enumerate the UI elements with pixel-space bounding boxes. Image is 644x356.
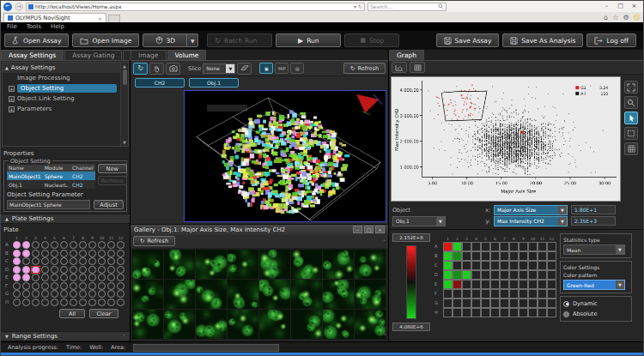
well-H9[interactable]: [88, 299, 97, 307]
well-F7[interactable]: [69, 282, 78, 291]
well-A9[interactable]: [88, 241, 97, 250]
gallery-thumbnail[interactable]: [355, 280, 386, 309]
well-A1[interactable]: [12, 241, 21, 250]
well-C9[interactable]: [88, 257, 97, 266]
well-B3[interactable]: [31, 250, 40, 258]
slice-plane-tool-button[interactable]: [237, 63, 252, 75]
well-D4[interactable]: [40, 266, 50, 275]
url-dropdown-icon[interactable]: ▾: [354, 3, 356, 9]
gallery-thumbnail[interactable]: [196, 250, 227, 279]
range-settings-header[interactable]: ▼ Range Settings ˅: [1, 331, 130, 341]
well-B6[interactable]: [59, 250, 69, 258]
well-A5[interactable]: [50, 241, 59, 250]
well-F10[interactable]: [97, 282, 106, 291]
gallery-thumbnail[interactable]: [132, 310, 163, 339]
well-C11[interactable]: [106, 257, 116, 266]
menu-help[interactable]: Help: [51, 23, 64, 30]
dynamic-radio[interactable]: Dynamic: [563, 299, 629, 308]
well-D1[interactable]: [12, 266, 21, 275]
well-F3[interactable]: [31, 282, 40, 291]
open-assay-button[interactable]: Open Assay: [4, 33, 69, 47]
well-B1[interactable]: [12, 250, 21, 258]
well-H1[interactable]: [12, 299, 21, 307]
gallery-thumbnail[interactable]: [164, 280, 195, 309]
log-off-button[interactable]: Log off: [586, 33, 636, 47]
well-E3[interactable]: [31, 274, 40, 282]
volume-3d-canvas[interactable]: [184, 90, 386, 222]
well-B7[interactable]: [69, 250, 78, 258]
snapshot-tool-button[interactable]: [166, 63, 180, 75]
settings-gear-icon[interactable]: ⚙: [623, 14, 629, 21]
well-G2[interactable]: [21, 290, 31, 299]
plate-all-button[interactable]: All: [59, 309, 85, 318]
well-H5[interactable]: [50, 299, 59, 307]
well-A8[interactable]: [78, 241, 88, 250]
maximize-button[interactable]: □: [614, 3, 627, 11]
well-E11[interactable]: [106, 274, 116, 282]
object-select[interactable]: Obj.1▼: [392, 216, 446, 226]
menu-tools[interactable]: Tools: [27, 23, 41, 30]
well-E8[interactable]: [78, 274, 88, 282]
browser-url-field[interactable]: http://localhost/Views/Home.aspx ▾ ↻: [26, 3, 365, 11]
well-B12[interactable]: [116, 250, 125, 258]
save-as-analysis-button[interactable]: Save As Analysis: [502, 33, 583, 47]
well-C1[interactable]: [12, 257, 21, 266]
well-E10[interactable]: [97, 274, 106, 282]
close-button[interactable]: ×: [628, 3, 641, 11]
well-A6[interactable]: [59, 241, 69, 250]
well-B2[interactable]: [21, 250, 31, 258]
plate-settings-header[interactable]: ▲ Plate Settings: [1, 214, 130, 224]
well-D3[interactable]: [31, 266, 40, 275]
gallery-thumbnail[interactable]: [228, 250, 258, 279]
gallery-thumbnail[interactable]: [164, 250, 195, 279]
tab-graph[interactable]: Graph: [389, 50, 424, 60]
well-H10[interactable]: [97, 299, 106, 307]
well-H6[interactable]: [59, 299, 69, 307]
x-feature-select[interactable]: Major Axis Size▼: [494, 205, 568, 215]
zoom-tool-button[interactable]: [624, 96, 638, 109]
new-button[interactable]: New: [98, 164, 127, 173]
well-G4[interactable]: [40, 290, 50, 299]
well-A11[interactable]: [106, 241, 116, 250]
well-D9[interactable]: [88, 266, 97, 275]
gallery-thumbnail[interactable]: [291, 280, 322, 309]
scroll-down-chevron-icon[interactable]: ˅: [384, 333, 386, 339]
tab-close-icon[interactable]: ×: [98, 15, 102, 21]
home-icon[interactable]: ⌂: [604, 14, 608, 21]
gallery-thumbnail[interactable]: [323, 310, 354, 339]
well-H12[interactable]: [116, 299, 125, 307]
gallery-thumbnail[interactable]: [132, 280, 163, 309]
well-H8[interactable]: [78, 299, 88, 307]
gallery-thumbnail[interactable]: [355, 310, 386, 339]
well-C2[interactable]: [21, 257, 31, 266]
tree-item-parameters[interactable]: + Parameters: [3, 104, 128, 114]
well-B11[interactable]: [106, 250, 116, 258]
cursor-tool-button[interactable]: [624, 112, 638, 124]
collapse-triangle-icon[interactable]: ▲: [5, 65, 9, 70]
gallery-thumbnail[interactable]: [323, 250, 354, 279]
well-C12[interactable]: [116, 257, 125, 266]
tree-scrollbar[interactable]: ▲▼: [120, 63, 128, 146]
well-G3[interactable]: [31, 290, 40, 299]
refresh-page-icon[interactable]: ↻: [358, 3, 362, 9]
well-H2[interactable]: [21, 299, 31, 307]
gallery-thumbnail[interactable]: [291, 310, 322, 339]
gallery-thumbnail[interactable]: [132, 250, 163, 279]
well-G8[interactable]: [78, 290, 88, 299]
color-pattern-select[interactable]: Green-Red▼: [563, 280, 625, 290]
well-H7[interactable]: [69, 299, 78, 307]
render-mode-volume-button[interactable]: ▣: [259, 63, 273, 74]
adjust-button[interactable]: Adjust: [94, 200, 124, 209]
favorites-icon[interactable]: ☆: [612, 14, 618, 21]
fit-view-button[interactable]: [624, 81, 638, 94]
well-E7[interactable]: [69, 274, 78, 282]
feedback-smiley-icon[interactable]: ☺: [634, 14, 641, 21]
well-D7[interactable]: [69, 266, 78, 275]
well-H4[interactable]: [40, 299, 50, 307]
well-C8[interactable]: [78, 257, 88, 266]
browser-back-button[interactable]: ←: [3, 3, 12, 11]
gallery-thumbnail[interactable]: [259, 250, 290, 279]
well-A10[interactable]: [97, 241, 106, 250]
well-D12[interactable]: [116, 266, 125, 275]
well-G12[interactable]: [116, 290, 125, 299]
